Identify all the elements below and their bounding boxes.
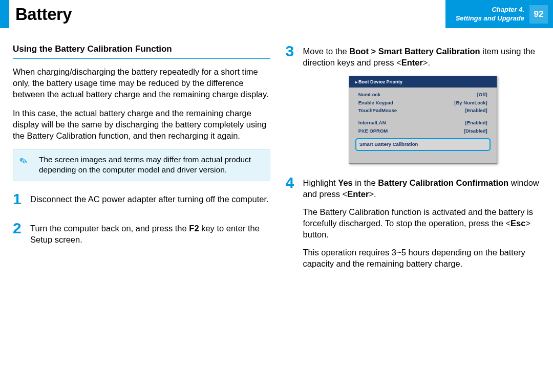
step-1: 1 Disconnect the AC power adapter after … [13, 191, 270, 211]
bios-row: InternalLAN[Enabled] [349, 119, 497, 127]
step-text: The Battery Calibration function is acti… [303, 206, 543, 241]
step-text: Turn the computer back on, and press the… [30, 223, 270, 246]
bios-highlighted-item: Smart Battery Calibration [355, 138, 491, 151]
left-column: Using the Battery Calibration Function W… [13, 43, 270, 285]
step-2: 2 Turn the computer back on, and press t… [13, 221, 270, 252]
section-subheading: Using the Battery Calibration Function [13, 43, 270, 59]
page-number: 92 [529, 5, 548, 24]
step-4: 4 Highlight Yes in the Battery Calibrati… [286, 175, 543, 275]
bios-row: PXE OPROM[Disabled] [349, 127, 497, 136]
chapter-line1: Chapter 4. [456, 6, 524, 14]
step-text: This operation requires 3~5 hours depend… [303, 247, 543, 270]
bios-row: Enable Keypad[By NumLock] [349, 99, 497, 107]
step-text: Move to the Boot > Smart Battery Calibra… [303, 46, 543, 69]
bios-row: TouchPadMouse[Enabled] [349, 107, 497, 115]
step-number: 4 [286, 175, 296, 275]
right-column: 3 Move to the Boot > Smart Battery Calib… [286, 43, 543, 285]
intro-paragraph-1: When charging/discharging the battery re… [13, 66, 270, 100]
step-number: 3 [286, 43, 296, 164]
step-text: Highlight Yes in the Battery Calibration… [303, 177, 543, 200]
step-body: Disconnect the AC power adapter after tu… [30, 191, 269, 211]
chapter-text: Chapter 4. Settings and Upgrade [456, 6, 524, 23]
note-icon: ✎ [18, 154, 30, 169]
bios-row: NumLock[Off] [349, 91, 497, 99]
note-callout: ✎ The screen images and terms may differ… [13, 149, 270, 182]
step-3: 3 Move to the Boot > Smart Battery Calib… [286, 43, 543, 164]
page-header: Battery Chapter 4. Settings and Upgrade … [0, 0, 553, 28]
step-body: Highlight Yes in the Battery Calibration… [303, 175, 543, 275]
step-number: 1 [13, 191, 23, 211]
note-text: The screen images and terms may differ f… [39, 155, 251, 175]
step-body: Turn the computer back on, and press the… [30, 221, 270, 252]
header-accent-tab [0, 0, 9, 28]
bios-header: Boot Device Priority [349, 76, 497, 88]
step-number: 2 [13, 221, 23, 252]
step-body: Move to the Boot > Smart Battery Calibra… [303, 43, 543, 164]
chapter-box: Chapter 4. Settings and Upgrade 92 [445, 0, 553, 28]
bios-screenshot: Boot Device Priority NumLock[Off] Enable… [349, 76, 497, 164]
intro-paragraph-2: In this case, the actual battery charge … [13, 107, 270, 142]
step-text: Disconnect the AC power adapter after tu… [30, 193, 269, 205]
chapter-line2: Settings and Upgrade [456, 14, 524, 23]
